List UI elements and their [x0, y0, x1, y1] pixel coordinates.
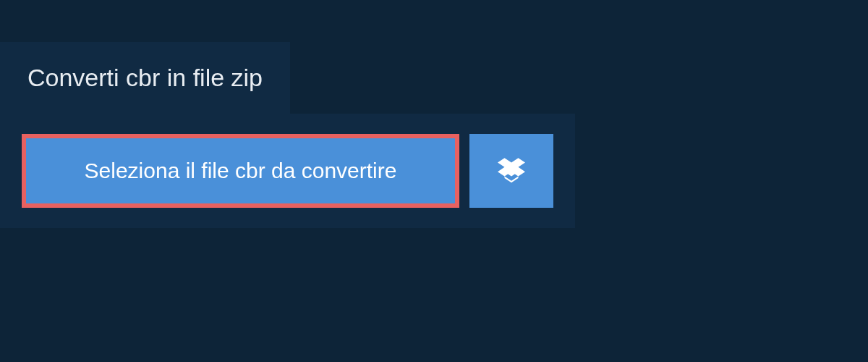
dropbox-button[interactable]	[469, 134, 553, 208]
page-title: Converti cbr in file zip	[27, 64, 263, 92]
select-file-label: Seleziona il file cbr da convertire	[85, 159, 397, 182]
content-panel: Seleziona il file cbr da convertire	[0, 114, 575, 228]
header-tab: Converti cbr in file zip	[0, 42, 290, 114]
select-file-button[interactable]: Seleziona il file cbr da convertire	[22, 134, 459, 208]
dropbox-icon	[498, 156, 525, 186]
